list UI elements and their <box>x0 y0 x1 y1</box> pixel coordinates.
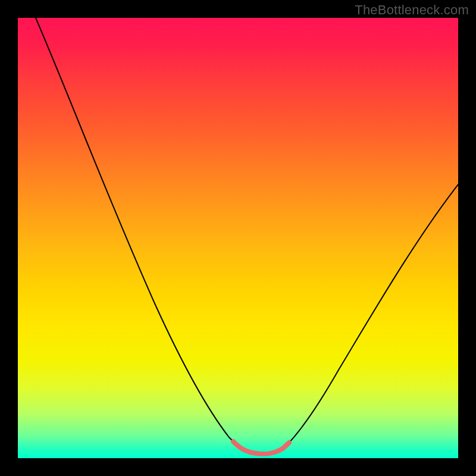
optimal-range-highlight <box>233 441 289 454</box>
chart-frame: TheBottleneck.com <box>0 0 476 476</box>
watermark-text: TheBottleneck.com <box>355 2 469 18</box>
curve-left-limb <box>36 18 238 446</box>
plot-area <box>18 18 458 458</box>
curve-right-limb <box>286 184 458 446</box>
curve-layer <box>18 18 458 458</box>
